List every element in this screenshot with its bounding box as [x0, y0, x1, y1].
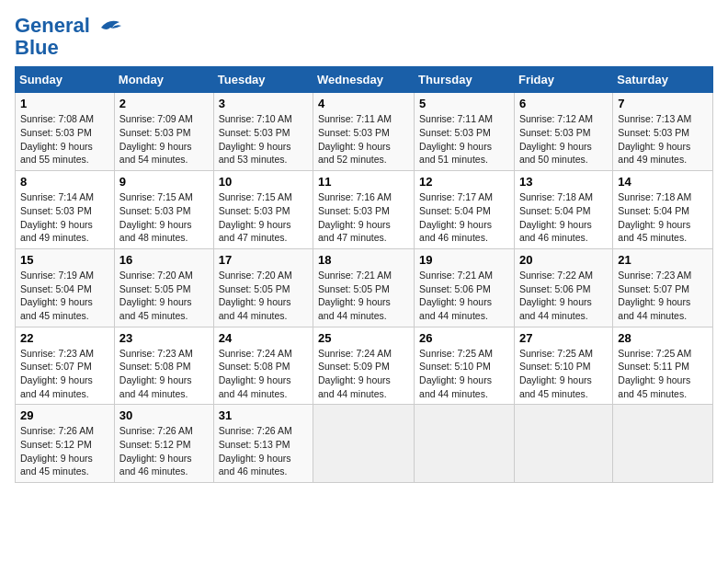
calendar-cell: 31Sunrise: 7:26 AMSunset: 5:13 PMDayligh… [213, 405, 313, 483]
day-detail: Sunrise: 7:22 AMSunset: 5:06 PMDaylight:… [519, 270, 593, 321]
calendar-cell [313, 405, 415, 483]
calendar-cell: 8Sunrise: 7:14 AMSunset: 5:03 PMDaylight… [16, 171, 115, 249]
calendar-cell: 7Sunrise: 7:13 AMSunset: 5:03 PMDaylight… [613, 93, 713, 171]
day-detail: Sunrise: 7:25 AMSunset: 5:11 PMDaylight:… [618, 348, 691, 399]
calendar-cell: 26Sunrise: 7:25 AMSunset: 5:10 PMDayligh… [415, 327, 515, 405]
day-number: 12 [419, 175, 509, 189]
day-detail: Sunrise: 7:25 AMSunset: 5:10 PMDaylight:… [419, 348, 493, 399]
logo: General Blue [15, 15, 123, 59]
day-detail: Sunrise: 7:17 AMSunset: 5:04 PMDaylight:… [419, 191, 493, 243]
day-number: 15 [20, 253, 109, 267]
day-number: 5 [419, 97, 509, 110]
calendar-cell: 29Sunrise: 7:26 AMSunset: 5:12 PMDayligh… [16, 405, 115, 483]
day-detail: Sunrise: 7:23 AMSunset: 5:08 PMDaylight:… [119, 348, 193, 399]
header-sunday: Sunday [16, 67, 115, 93]
calendar-cell: 21Sunrise: 7:23 AMSunset: 5:07 PMDayligh… [613, 248, 713, 327]
day-detail: Sunrise: 7:26 AMSunset: 5:12 PMDaylight:… [20, 425, 94, 477]
day-number: 24 [219, 331, 308, 345]
header-wednesday: Wednesday [313, 67, 415, 93]
calendar-cell: 10Sunrise: 7:15 AMSunset: 5:03 PMDayligh… [213, 171, 313, 249]
calendar-cell: 15Sunrise: 7:19 AMSunset: 5:04 PMDayligh… [16, 248, 115, 327]
day-number: 9 [119, 175, 209, 189]
day-number: 21 [618, 253, 708, 267]
header-friday: Friday [514, 67, 612, 93]
calendar-cell: 5Sunrise: 7:11 AMSunset: 5:03 PMDaylight… [415, 93, 515, 171]
calendar-cell: 25Sunrise: 7:24 AMSunset: 5:09 PMDayligh… [313, 327, 415, 405]
day-detail: Sunrise: 7:11 AMSunset: 5:03 PMDaylight:… [318, 113, 392, 165]
day-number: 25 [318, 331, 409, 345]
day-detail: Sunrise: 7:24 AMSunset: 5:09 PMDaylight:… [318, 348, 392, 399]
calendar-cell: 11Sunrise: 7:16 AMSunset: 5:03 PMDayligh… [313, 171, 415, 249]
day-detail: Sunrise: 7:15 AMSunset: 5:03 PMDaylight:… [219, 191, 292, 243]
day-number: 26 [419, 331, 509, 345]
day-detail: Sunrise: 7:23 AMSunset: 5:07 PMDaylight:… [618, 270, 691, 321]
logo-text: General Blue [15, 15, 90, 59]
calendar-cell: 13Sunrise: 7:18 AMSunset: 5:04 PMDayligh… [514, 171, 612, 249]
day-number: 27 [519, 331, 608, 345]
header-thursday: Thursday [415, 67, 515, 93]
header-saturday: Saturday [613, 67, 713, 93]
calendar-cell: 12Sunrise: 7:17 AMSunset: 5:04 PMDayligh… [415, 171, 515, 249]
calendar-cell: 24Sunrise: 7:24 AMSunset: 5:08 PMDayligh… [213, 327, 313, 405]
day-detail: Sunrise: 7:26 AMSunset: 5:12 PMDaylight:… [119, 425, 193, 477]
day-detail: Sunrise: 7:20 AMSunset: 5:05 PMDaylight:… [219, 270, 292, 321]
day-number: 20 [519, 253, 608, 267]
day-detail: Sunrise: 7:12 AMSunset: 5:03 PMDaylight:… [519, 113, 593, 165]
day-number: 28 [618, 331, 708, 345]
day-detail: Sunrise: 7:20 AMSunset: 5:05 PMDaylight:… [119, 270, 193, 321]
day-detail: Sunrise: 7:15 AMSunset: 5:03 PMDaylight:… [119, 191, 193, 243]
day-number: 8 [20, 175, 109, 189]
day-number: 23 [119, 331, 209, 345]
day-detail: Sunrise: 7:21 AMSunset: 5:06 PMDaylight:… [419, 270, 493, 321]
calendar-cell: 14Sunrise: 7:18 AMSunset: 5:04 PMDayligh… [613, 171, 713, 249]
calendar-cell [613, 405, 713, 483]
day-detail: Sunrise: 7:26 AMSunset: 5:13 PMDaylight:… [219, 425, 292, 477]
day-detail: Sunrise: 7:18 AMSunset: 5:04 PMDaylight:… [519, 191, 593, 243]
day-number: 22 [20, 331, 109, 345]
day-detail: Sunrise: 7:18 AMSunset: 5:04 PMDaylight:… [618, 191, 691, 243]
day-detail: Sunrise: 7:16 AMSunset: 5:03 PMDaylight:… [318, 191, 392, 243]
calendar-cell: 4Sunrise: 7:11 AMSunset: 5:03 PMDaylight… [313, 93, 415, 171]
day-number: 7 [618, 97, 708, 110]
day-detail: Sunrise: 7:24 AMSunset: 5:08 PMDaylight:… [219, 348, 292, 399]
day-detail: Sunrise: 7:09 AMSunset: 5:03 PMDaylight:… [119, 113, 193, 165]
day-detail: Sunrise: 7:10 AMSunset: 5:03 PMDaylight:… [219, 113, 292, 165]
calendar-table: SundayMondayTuesdayWednesdayThursdayFrid… [15, 66, 713, 483]
calendar-cell [514, 405, 612, 483]
day-number: 31 [219, 408, 308, 422]
calendar-cell: 23Sunrise: 7:23 AMSunset: 5:08 PMDayligh… [114, 327, 213, 405]
day-detail: Sunrise: 7:08 AMSunset: 5:03 PMDaylight:… [20, 113, 94, 165]
calendar-week-4: 22Sunrise: 7:23 AMSunset: 5:07 PMDayligh… [16, 327, 713, 405]
day-number: 18 [318, 253, 409, 267]
calendar-cell: 28Sunrise: 7:25 AMSunset: 5:11 PMDayligh… [613, 327, 713, 405]
day-detail: Sunrise: 7:23 AMSunset: 5:07 PMDaylight:… [20, 348, 94, 399]
calendar-week-5: 29Sunrise: 7:26 AMSunset: 5:12 PMDayligh… [16, 405, 713, 483]
calendar-cell: 20Sunrise: 7:22 AMSunset: 5:06 PMDayligh… [514, 248, 612, 327]
header-monday: Monday [114, 67, 213, 93]
day-number: 30 [119, 408, 209, 422]
day-number: 29 [20, 408, 109, 422]
calendar-cell: 18Sunrise: 7:21 AMSunset: 5:05 PMDayligh… [313, 248, 415, 327]
day-number: 4 [318, 97, 409, 110]
day-number: 11 [318, 175, 409, 189]
calendar-week-3: 15Sunrise: 7:19 AMSunset: 5:04 PMDayligh… [16, 248, 713, 327]
day-number: 3 [219, 97, 308, 110]
calendar-cell: 27Sunrise: 7:25 AMSunset: 5:10 PMDayligh… [514, 327, 612, 405]
logo-general: General [15, 14, 90, 37]
day-number: 19 [419, 253, 509, 267]
day-detail: Sunrise: 7:21 AMSunset: 5:05 PMDaylight:… [318, 270, 392, 321]
day-detail: Sunrise: 7:14 AMSunset: 5:03 PMDaylight:… [20, 191, 94, 243]
calendar-week-1: 1Sunrise: 7:08 AMSunset: 5:03 PMDaylight… [16, 93, 713, 171]
calendar-cell: 16Sunrise: 7:20 AMSunset: 5:05 PMDayligh… [114, 248, 213, 327]
calendar-cell [415, 405, 515, 483]
day-number: 10 [219, 175, 308, 189]
calendar-cell: 6Sunrise: 7:12 AMSunset: 5:03 PMDaylight… [514, 93, 612, 171]
calendar-cell: 9Sunrise: 7:15 AMSunset: 5:03 PMDaylight… [114, 171, 213, 249]
day-number: 16 [119, 253, 209, 267]
logo-blue: Blue [15, 36, 59, 59]
logo-bird-icon [94, 17, 123, 39]
day-detail: Sunrise: 7:11 AMSunset: 5:03 PMDaylight:… [419, 113, 493, 165]
calendar-cell: 19Sunrise: 7:21 AMSunset: 5:06 PMDayligh… [415, 248, 515, 327]
day-detail: Sunrise: 7:19 AMSunset: 5:04 PMDaylight:… [20, 270, 94, 321]
header-row: SundayMondayTuesdayWednesdayThursdayFrid… [16, 67, 713, 93]
